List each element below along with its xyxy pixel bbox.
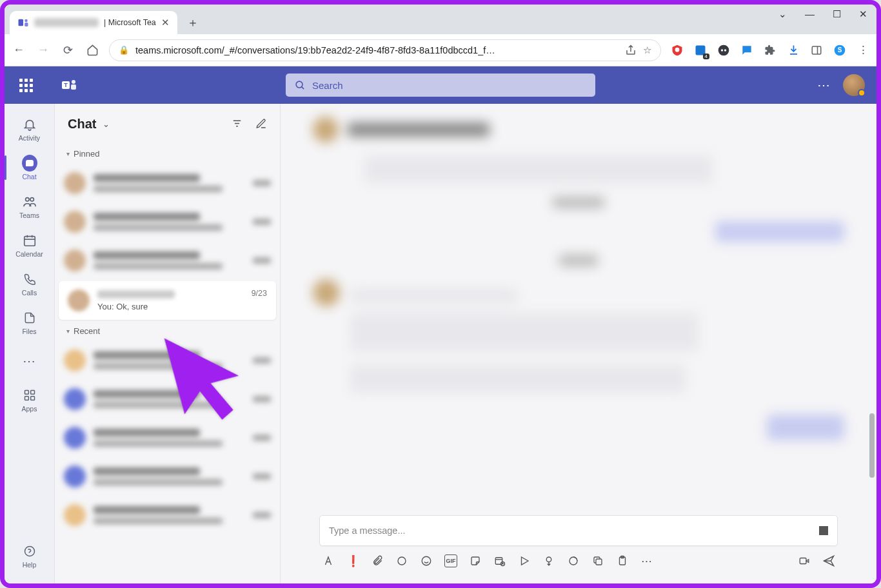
browser-tab-strip: | Microsoft Tea ✕ ＋ ⌄ — ☐ ✕ bbox=[5, 5, 876, 34]
address-bar[interactable]: 🔒 teams.microsoft.com/_#/conversations/1… bbox=[109, 39, 661, 61]
chat-item-blurred[interactable] bbox=[55, 164, 280, 202]
svg-text:S: S bbox=[838, 46, 842, 54]
tab-close-icon[interactable]: ✕ bbox=[161, 17, 170, 28]
viva-icon[interactable] bbox=[567, 554, 580, 567]
chat-item-blurred[interactable] bbox=[55, 341, 280, 380]
download-icon[interactable] bbox=[786, 43, 800, 57]
rail-calls[interactable]: Calls bbox=[5, 265, 55, 302]
file-icon bbox=[22, 310, 37, 326]
presence-away-icon bbox=[858, 89, 866, 97]
discord-icon[interactable] bbox=[717, 43, 731, 57]
svg-rect-27 bbox=[30, 396, 34, 400]
home-button[interactable] bbox=[84, 43, 100, 58]
bookmark-star-icon[interactable]: ☆ bbox=[643, 45, 651, 55]
svg-rect-24 bbox=[25, 390, 28, 394]
chat-extension-icon[interactable] bbox=[740, 43, 754, 57]
svg-point-32 bbox=[398, 557, 406, 565]
send-icon[interactable] bbox=[822, 554, 835, 567]
video-clip-icon[interactable] bbox=[798, 554, 811, 567]
share-icon[interactable] bbox=[625, 44, 637, 56]
search-box[interactable]: Search bbox=[286, 74, 595, 97]
svg-rect-2 bbox=[25, 23, 28, 26]
browser-tab-active[interactable]: | Microsoft Tea ✕ bbox=[10, 11, 177, 34]
chat-item-blurred[interactable] bbox=[55, 380, 280, 418]
approvals-icon[interactable] bbox=[542, 554, 555, 567]
chat-item-blurred[interactable] bbox=[55, 496, 280, 534]
new-chat-icon[interactable] bbox=[255, 118, 267, 130]
emoji-icon[interactable] bbox=[420, 554, 433, 567]
recent-section[interactable]: ▾ Recent bbox=[55, 321, 280, 341]
sidepanel-icon[interactable] bbox=[809, 43, 824, 57]
rail-more[interactable]: ⋯ bbox=[5, 342, 55, 380]
message-input[interactable]: Type a message... bbox=[319, 515, 838, 546]
clipboard-icon[interactable] bbox=[616, 554, 629, 567]
new-tab-button[interactable]: ＋ bbox=[184, 14, 202, 32]
compose-panel-icon[interactable] bbox=[819, 526, 828, 535]
more-compose-icon[interactable]: ⋯ bbox=[640, 554, 653, 567]
more-options-icon[interactable]: ⋯ bbox=[817, 77, 831, 93]
svg-line-17 bbox=[302, 86, 304, 89]
copy-icon[interactable] bbox=[591, 554, 604, 567]
chevron-down-icon[interactable]: ⌄ bbox=[778, 8, 787, 20]
chat-item-blurred[interactable] bbox=[55, 418, 280, 457]
rail-activity[interactable]: Activity bbox=[5, 110, 55, 148]
schedule-icon[interactable] bbox=[493, 554, 506, 567]
reload-button[interactable]: ⟳ bbox=[60, 43, 75, 58]
rail-chat[interactable]: Chat bbox=[5, 149, 55, 186]
close-window-icon[interactable]: ✕ bbox=[859, 8, 867, 20]
stream-icon[interactable] bbox=[518, 554, 531, 567]
tab-title-suffix: | Microsoft Tea bbox=[104, 18, 156, 27]
teams-favicon bbox=[17, 17, 29, 28]
format-icon[interactable] bbox=[322, 554, 335, 567]
svg-rect-0 bbox=[19, 19, 24, 26]
rail-help[interactable]: Help bbox=[5, 537, 55, 574]
svg-rect-25 bbox=[30, 390, 34, 394]
chat-item-blurred[interactable] bbox=[55, 241, 280, 280]
loop-icon[interactable] bbox=[395, 554, 408, 567]
gif-icon[interactable]: GIF bbox=[444, 554, 457, 567]
caret-down-icon: ▾ bbox=[66, 328, 70, 335]
svg-point-1 bbox=[25, 19, 28, 23]
svg-point-5 bbox=[718, 44, 729, 55]
rail-apps[interactable]: Apps bbox=[5, 381, 55, 418]
filter-icon[interactable] bbox=[232, 118, 243, 130]
chevron-down-icon[interactable]: ⌄ bbox=[103, 119, 110, 129]
rail-files[interactable]: Files bbox=[5, 304, 55, 341]
sticker-icon[interactable] bbox=[469, 554, 482, 567]
minimize-icon[interactable]: — bbox=[805, 8, 815, 20]
svg-point-6 bbox=[721, 49, 723, 51]
rail-calendar[interactable]: Calendar bbox=[5, 226, 55, 264]
teams-header: T Search ⋯ bbox=[5, 66, 876, 104]
ublock-icon[interactable] bbox=[670, 43, 684, 57]
chat-title[interactable]: Chat bbox=[68, 117, 96, 132]
back-button[interactable]: ← bbox=[11, 43, 26, 58]
extension-badge-icon[interactable]: 4 bbox=[693, 43, 708, 57]
waffle-menu-icon[interactable] bbox=[16, 75, 35, 95]
app-rail: Activity Chat Teams Calendar Calls bbox=[5, 104, 55, 583]
chat-item-active[interactable]: You: Ok, sure 9/23 bbox=[59, 281, 276, 320]
calendar-icon bbox=[22, 233, 37, 248]
svg-point-7 bbox=[724, 49, 726, 51]
user-avatar[interactable] bbox=[843, 74, 865, 96]
puzzle-icon[interactable] bbox=[763, 43, 777, 57]
maximize-icon[interactable]: ☐ bbox=[833, 8, 841, 20]
attach-icon[interactable] bbox=[371, 554, 384, 567]
forward-button[interactable]: → bbox=[35, 43, 51, 58]
browser-toolbar: ← → ⟳ 🔒 teams.microsoft.com/_#/conversat… bbox=[5, 34, 876, 66]
priority-icon[interactable]: ❗ bbox=[346, 554, 359, 567]
phone-icon bbox=[22, 271, 37, 287]
scrollbar[interactable] bbox=[869, 413, 875, 478]
circle-s-icon[interactable]: S bbox=[833, 43, 847, 57]
help-icon bbox=[22, 544, 37, 559]
compose-area: Type a message... ❗ GIF bbox=[319, 515, 838, 572]
pinned-section[interactable]: ▾ Pinned bbox=[55, 144, 280, 164]
svg-point-14 bbox=[72, 80, 75, 84]
chat-item-blurred[interactable] bbox=[55, 202, 280, 241]
search-placeholder: Search bbox=[312, 80, 343, 91]
rail-teams[interactable]: Teams bbox=[5, 188, 55, 225]
teams-app: T Search ⋯ Activity Chat bbox=[5, 66, 876, 583]
chrome-menu-icon[interactable]: ⋮ bbox=[856, 43, 870, 57]
chat-item-blurred[interactable] bbox=[55, 457, 280, 496]
svg-rect-8 bbox=[812, 46, 821, 54]
chat-list-panel: Chat ⌄ ▾ Pinned bbox=[55, 104, 281, 583]
